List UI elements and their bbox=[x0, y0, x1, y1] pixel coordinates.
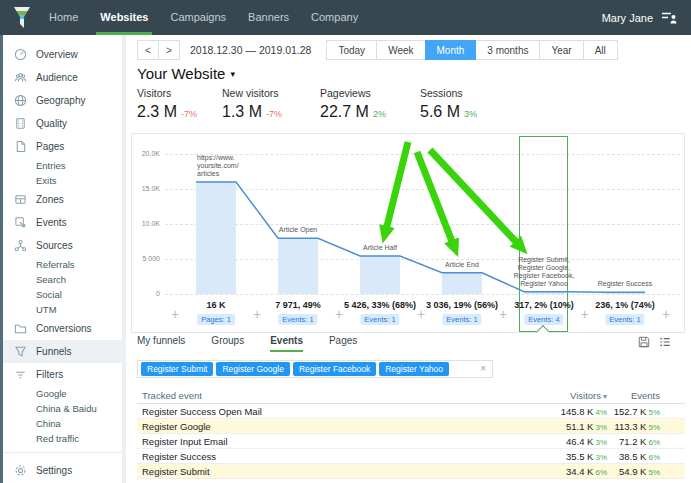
table-row[interactable]: Register Submit 34.4 K6% 54.9 K5% bbox=[137, 464, 685, 479]
add-stage-button[interactable]: + bbox=[253, 306, 261, 322]
sidebar-item-events[interactable]: Events bbox=[3, 211, 122, 234]
sidebar-item-sources[interactable]: Sources bbox=[3, 234, 122, 257]
range-week-button[interactable]: Week bbox=[376, 40, 425, 60]
funnel-bar-2[interactable] bbox=[278, 238, 318, 294]
add-stage-button[interactable]: + bbox=[580, 306, 588, 322]
tab-pages[interactable]: Pages bbox=[329, 335, 357, 352]
nav-campaigns[interactable]: Campaigns bbox=[159, 0, 237, 35]
events-delta: 6% bbox=[648, 438, 660, 447]
range-3months-button[interactable]: 3 months bbox=[475, 40, 540, 60]
prev-period-button[interactable]: < bbox=[137, 40, 159, 60]
col-visitors-sort[interactable]: Visitors▾ bbox=[497, 390, 607, 401]
sidebar-item-pages[interactable]: Pages bbox=[3, 135, 122, 158]
account-menu-icon[interactable] bbox=[661, 11, 677, 25]
sidebar-item-settings[interactable]: Settings bbox=[3, 459, 122, 482]
tab-groups[interactable]: Groups bbox=[211, 335, 244, 352]
nav-company[interactable]: Company bbox=[300, 0, 369, 35]
add-stage-button[interactable]: + bbox=[171, 306, 179, 322]
sidebar-item-funnels[interactable]: Funnels bbox=[3, 340, 122, 363]
stage-badge[interactable]: Events: 1 bbox=[360, 314, 399, 325]
events-value: 71.2 K bbox=[619, 436, 646, 447]
sidebar-item-filters[interactable]: Filters bbox=[3, 363, 122, 386]
metric-sessions: Sessions 5.6 M3% bbox=[420, 87, 477, 121]
sidebar-item-quality[interactable]: Quality bbox=[3, 112, 122, 135]
events-icon bbox=[14, 216, 27, 229]
range-today-button[interactable]: Today bbox=[326, 40, 377, 60]
tab-my-funnels[interactable]: My funnels bbox=[137, 335, 185, 352]
stage-badge[interactable]: Events: 1 bbox=[605, 314, 644, 325]
sidebar-label: Overview bbox=[36, 49, 78, 60]
pages-icon bbox=[14, 140, 27, 153]
sidebar-subitem-exits[interactable]: Exits bbox=[3, 173, 122, 188]
stage-badge[interactable]: Pages: 1 bbox=[197, 314, 235, 325]
event-filter-input[interactable]: Register Submit Register Google Register… bbox=[137, 360, 493, 378]
filter-chip-register-yahoo[interactable]: Register Yahoo bbox=[379, 362, 449, 376]
stage-value: 16 K bbox=[206, 300, 225, 310]
sidebar-subitem-china[interactable]: China bbox=[3, 416, 122, 431]
range-year-button[interactable]: Year bbox=[539, 40, 583, 60]
gridline bbox=[165, 154, 680, 155]
nav-banners[interactable]: Banners bbox=[237, 0, 300, 35]
quality-icon bbox=[14, 117, 27, 130]
tab-events[interactable]: Events bbox=[270, 335, 303, 352]
sidebar-item-geography[interactable]: Geography bbox=[3, 89, 122, 112]
sidebar-item-audience[interactable]: Audience bbox=[3, 66, 122, 89]
stage-badge[interactable]: Events: 1 bbox=[278, 314, 317, 325]
sidebar-label: Sources bbox=[36, 240, 73, 251]
range-month-button[interactable]: Month bbox=[425, 40, 477, 60]
sidebar-subitem-china-baidu[interactable]: China & Baidu bbox=[3, 401, 122, 416]
table-row[interactable]: Register Success 35.5 K3% 38.5 K6% bbox=[137, 449, 685, 464]
table-row[interactable]: Register Input Email 46.4 K3% 71.2 K6% bbox=[137, 434, 685, 449]
table-row[interactable]: Register Google 51.1 K3% 113.3 K5% bbox=[137, 419, 685, 434]
site-selector[interactable]: Your Website▾ bbox=[137, 65, 235, 82]
gridline bbox=[165, 189, 680, 190]
funnel-bar-3[interactable] bbox=[360, 256, 400, 294]
add-stage-button[interactable]: + bbox=[335, 306, 343, 322]
add-stage-button[interactable]: + bbox=[417, 306, 425, 322]
tracked-events-table: Tracked event Visitors▾ Events Register … bbox=[137, 387, 685, 479]
user-name[interactable]: Mary Jane bbox=[602, 12, 653, 24]
clear-filters-icon[interactable]: × bbox=[480, 364, 486, 374]
sidebar-subitem-search[interactable]: Search bbox=[3, 272, 122, 287]
top-navbar: Home Websites Campaigns Banners Company … bbox=[0, 0, 691, 35]
filter-chip-register-google[interactable]: Register Google bbox=[216, 362, 289, 376]
settings-icon bbox=[14, 464, 27, 477]
stage-badge[interactable]: Events: 4 bbox=[524, 314, 563, 325]
sidebar-label: Geography bbox=[36, 95, 85, 106]
col-events[interactable]: Events bbox=[607, 390, 685, 401]
range-all-button[interactable]: All bbox=[583, 40, 618, 60]
sidebar-subitem-google[interactable]: Google bbox=[3, 386, 122, 401]
nav-home[interactable]: Home bbox=[38, 0, 89, 35]
stage-badge[interactable]: Events: 1 bbox=[442, 314, 481, 325]
metric-delta: 3% bbox=[464, 109, 477, 119]
sidebar-item-conversions[interactable]: Conversions bbox=[3, 317, 122, 340]
brand-logo-icon[interactable] bbox=[12, 6, 32, 30]
stage-value: 317, 2% (10%) bbox=[514, 300, 574, 310]
sidebar-subitem-entries[interactable]: Entries bbox=[3, 158, 122, 173]
stage-value: 236, 1% (74%) bbox=[595, 300, 655, 310]
funnel-bar-6[interactable] bbox=[605, 292, 645, 294]
date-range[interactable]: 2018.12.30 — 2019.01.28 bbox=[190, 44, 311, 56]
funnel-bar-4[interactable] bbox=[442, 273, 482, 294]
nav-websites[interactable]: Websites bbox=[89, 0, 159, 35]
list-view-icon[interactable] bbox=[659, 336, 671, 348]
sidebar-item-zones[interactable]: Zones bbox=[3, 188, 122, 211]
sidebar-subitem-social[interactable]: Social bbox=[3, 287, 122, 302]
sidebar-label: Quality bbox=[36, 118, 67, 129]
sidebar-item-overview[interactable]: Overview bbox=[3, 43, 122, 66]
y-axis-tick: 15.0K bbox=[132, 185, 160, 192]
funnel-bar-5[interactable] bbox=[524, 292, 564, 294]
funnel-bar-1[interactable] bbox=[196, 182, 236, 294]
next-period-button[interactable]: > bbox=[158, 40, 180, 60]
filter-chip-register-submit[interactable]: Register Submit bbox=[141, 362, 213, 376]
add-stage-button[interactable]: + bbox=[499, 306, 507, 322]
save-funnel-icon[interactable] bbox=[638, 336, 650, 348]
add-stage-button[interactable]: + bbox=[662, 306, 670, 322]
sidebar-label: Audience bbox=[36, 72, 78, 83]
sidebar-subitem-utm[interactable]: UTM bbox=[3, 302, 122, 317]
sidebar-subitem-red-traffic[interactable]: Red traffic bbox=[3, 431, 122, 446]
filter-chip-register-facebook[interactable]: Register Facebook bbox=[293, 362, 376, 376]
table-row[interactable]: Register Success Open Mail 145.8 K4% 152… bbox=[137, 404, 685, 419]
visitors-delta: 6% bbox=[595, 468, 607, 477]
sidebar-subitem-referrals[interactable]: Referrals bbox=[3, 257, 122, 272]
